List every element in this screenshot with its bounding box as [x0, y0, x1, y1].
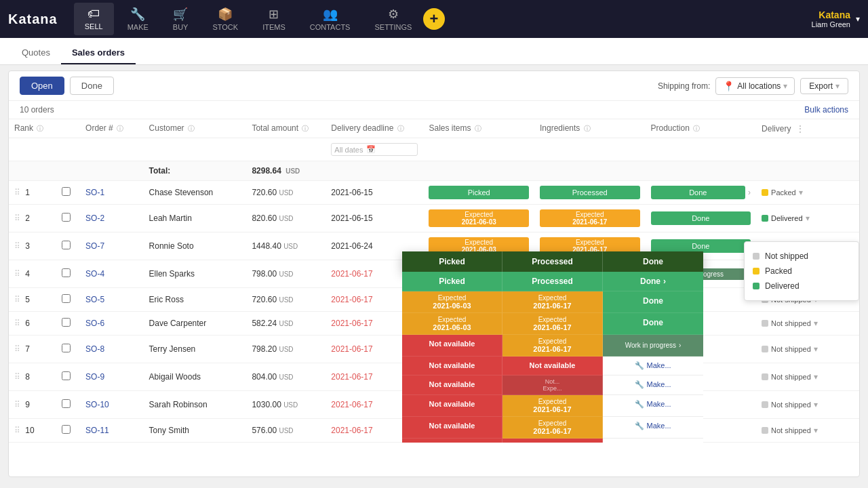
table-header-row: Rank ⓘ Order # ⓘ Customer ⓘ Total amount — [9, 119, 859, 138]
delivered-dot — [762, 215, 768, 222]
order-id-link[interactable]: SO-4 — [85, 269, 104, 279]
make-button[interactable]: 🔧 Make... — [651, 426, 689, 436]
order-id-link[interactable]: SO-7 — [85, 241, 104, 251]
delivery-status-cell: Not shipped ▾ — [762, 400, 818, 409]
nav-sell[interactable]: 🏷 SELL — [74, 3, 114, 35]
order-amount: 720.60 USD — [246, 181, 326, 205]
make-button[interactable]: 🔧 Make... — [651, 372, 689, 382]
nav-buy[interactable]: 🛒 BUY — [162, 3, 199, 35]
make-icon: 🔧 — [651, 372, 662, 382]
sell-icon: 🏷 — [87, 7, 100, 21]
more-options-icon[interactable]: ⋮ — [793, 124, 807, 134]
make-button[interactable]: 🔧 Make... — [651, 295, 689, 305]
orders-header: 10 orders Bulk actions — [9, 101, 859, 119]
nav-stock[interactable]: 📦 STOCK — [201, 3, 249, 35]
delivery-dropdown[interactable]: ▾ — [814, 426, 818, 435]
all-dates-filter[interactable]: All dates — [334, 146, 363, 154]
drag-handle[interactable]: ⠿ — [14, 319, 20, 328]
toolbar: Open Done Shipping from: 📍 All locations… — [9, 71, 859, 101]
make-button[interactable]: 🔧 Make... — [651, 344, 689, 354]
order-id-link[interactable]: SO-8 — [85, 344, 104, 354]
order-id-link[interactable]: SO-6 — [85, 319, 104, 328]
nav-contacts[interactable]: 👥 CONTACTS — [299, 3, 361, 35]
drag-handle[interactable]: ⠿ — [14, 400, 20, 409]
rank-number: 10 — [25, 426, 34, 435]
table-row: ⠿ 5 SO-5 Eric Ross 720.60 USD 2021-06-17… — [9, 288, 859, 312]
col-header-customer: Customer ⓘ — [144, 119, 247, 138]
nav-make[interactable]: 🔧 MAKE — [117, 3, 159, 35]
make-button[interactable]: 🔧 Make... — [651, 400, 689, 410]
not-shipped-dot — [762, 320, 768, 327]
add-button[interactable]: + — [423, 8, 445, 30]
table-row: ⠿ 9 SO-10 Sarah Robinson 1030.00 USD 202… — [9, 391, 859, 419]
drag-handle[interactable]: ⠿ — [14, 241, 20, 251]
calendar-icon[interactable]: 📅 — [366, 145, 376, 154]
table-row: ⠿ 2 SO-2 Leah Martin 820.60 USD 2021-06-… — [9, 205, 859, 232]
row-checkbox[interactable] — [62, 187, 71, 196]
row-checkbox[interactable] — [62, 344, 71, 352]
order-id-link[interactable]: SO-10 — [85, 400, 109, 409]
tab-quotes[interactable]: Quotes — [11, 42, 61, 64]
delivery-dropdown[interactable]: ▾ — [814, 319, 818, 328]
col-header-ingredients: Ingredients ⓘ — [534, 119, 646, 138]
drag-handle[interactable]: ⠿ — [14, 269, 20, 279]
row-checkbox[interactable] — [62, 213, 71, 222]
drag-handle[interactable]: ⠿ — [14, 295, 20, 304]
col-header-delivery-deadline: Delivery deadline ⓘ — [326, 119, 423, 138]
drag-handle[interactable]: ⠿ — [14, 372, 20, 382]
col-header-delivery-status: Delivery ⋮ — [756, 119, 859, 138]
row-checkbox[interactable] — [62, 241, 71, 249]
row-checkbox[interactable] — [62, 268, 71, 277]
open-tab[interactable]: Open — [20, 77, 64, 95]
delivery-badge: Packed — [771, 188, 796, 197]
delivery-dropdown[interactable]: ▾ — [806, 214, 810, 223]
ingredients-status: Not available — [540, 424, 640, 437]
delivery-badge: Not shipped — [771, 373, 811, 381]
total-label: Total: — [144, 161, 247, 181]
drag-handle[interactable]: ⠿ — [14, 426, 20, 435]
delivery-status-cell: Not shipped ▾ — [762, 319, 818, 328]
not-shipped-dot — [762, 427, 768, 434]
make-button[interactable]: 🔧 Make... — [651, 319, 689, 329]
delivery-dropdown[interactable]: ▾ — [814, 344, 818, 354]
main-content: Open Done Shipping from: 📍 All locations… — [8, 70, 860, 477]
sub-nav: Quotes Sales orders — [0, 38, 868, 65]
drag-handle[interactable]: ⠿ — [14, 344, 20, 354]
order-id-link[interactable]: SO-11 — [85, 426, 109, 435]
row-checkbox[interactable] — [62, 425, 71, 434]
user-profile[interactable]: Katana Liam Green ▾ — [812, 9, 860, 28]
rank-number: 7 — [25, 344, 30, 354]
nav-items[interactable]: ⊞ ITEMS — [252, 3, 296, 35]
sales-status: Picked — [429, 186, 529, 199]
ingredients-status: Expected2021-06-17 — [540, 396, 640, 413]
row-checkbox[interactable] — [62, 318, 71, 327]
bulk-actions-button[interactable]: Bulk actions — [804, 105, 848, 115]
done-tab[interactable]: Done — [70, 77, 114, 95]
info-icon-order: ⓘ — [117, 125, 123, 132]
arrow-icon[interactable]: › — [748, 188, 751, 197]
export-button[interactable]: Export ▾ — [800, 78, 848, 94]
info-icon-delivery: ⓘ — [397, 125, 404, 132]
delivery-dropdown[interactable]: ▾ — [814, 372, 818, 382]
tab-sales-orders[interactable]: Sales orders — [61, 42, 136, 64]
drag-handle[interactable]: ⠿ — [14, 188, 20, 197]
delivery-dropdown[interactable]: ▾ — [814, 400, 818, 409]
delivery-deadline: 2021-06-15 — [326, 205, 423, 232]
order-id-link[interactable]: SO-1 — [85, 188, 104, 197]
location-selector[interactable]: 📍 All locations ▾ — [715, 77, 795, 95]
order-id-link[interactable]: SO-9 — [85, 372, 104, 382]
order-id-link[interactable]: SO-5 — [85, 295, 104, 304]
delivered-legend-icon — [753, 283, 760, 289]
delivery-legend-panel: Not shipped Packed Delivered — [744, 241, 859, 301]
delivery-dropdown[interactable]: ▾ — [799, 188, 803, 197]
ingredients-status: Expected2021-06-17 — [540, 340, 640, 358]
row-checkbox[interactable] — [62, 294, 71, 303]
table-container: Rank ⓘ Order # ⓘ Customer ⓘ Total amount — [9, 119, 859, 443]
nav-settings[interactable]: ⚙ SETTINGS — [363, 3, 422, 35]
sales-status: Expected2021-06-03 — [429, 209, 529, 227]
row-checkbox[interactable] — [62, 371, 71, 380]
drag-handle[interactable]: ⠿ — [14, 214, 20, 223]
customer-name: Sarah Robinson — [144, 391, 247, 419]
order-id-link[interactable]: SO-2 — [85, 214, 104, 223]
row-checkbox[interactable] — [62, 399, 71, 408]
